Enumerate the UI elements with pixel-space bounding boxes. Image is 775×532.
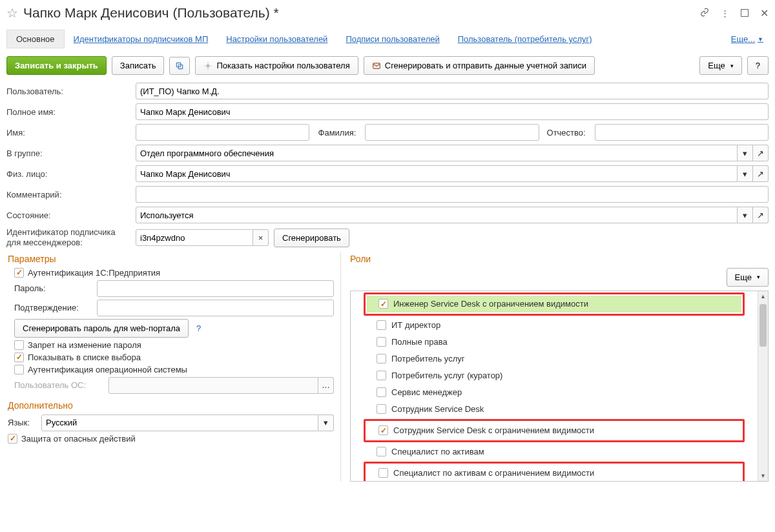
auth-1c-checkbox[interactable] xyxy=(14,268,24,278)
status-label: Состояние: xyxy=(6,210,130,220)
roles-more-button[interactable]: Еще▾ xyxy=(727,268,769,287)
role-checkbox[interactable] xyxy=(378,425,388,435)
role-checkbox[interactable] xyxy=(377,354,386,363)
full-name-label: Полное имя: xyxy=(6,107,130,117)
language-input[interactable] xyxy=(41,414,318,431)
surname-label: Фамилия: xyxy=(315,128,360,138)
show-in-list-label: Показывать в списке выбора xyxy=(28,353,141,362)
full-name-input[interactable] xyxy=(136,103,769,120)
role-checkbox[interactable] xyxy=(377,337,386,347)
safe-actions-checkbox[interactable] xyxy=(8,434,17,444)
chevron-down-icon: ▾ xyxy=(757,274,760,280)
generate-send-button[interactable]: Сгенерировать и отправить данные учетной… xyxy=(364,56,595,75)
open-icon[interactable]: ↗ xyxy=(753,145,769,161)
confirm-input[interactable] xyxy=(97,300,334,316)
link-icon[interactable] xyxy=(700,8,709,19)
password-label: Пароль: xyxy=(14,283,92,293)
tab-user-settings[interactable]: Настройки пользователей xyxy=(217,30,336,48)
group-label: В группе: xyxy=(6,148,130,158)
os-user-label: Пользователь ОС: xyxy=(14,380,103,390)
chevron-down-icon[interactable]: ▾ xyxy=(738,165,753,182)
group-input[interactable] xyxy=(136,145,738,161)
patronymic-input[interactable] xyxy=(595,124,769,141)
help-link[interactable]: ? xyxy=(192,323,205,333)
tab-subscriber-ids[interactable]: Идентификаторы подписчиков МП xyxy=(65,30,218,48)
role-label: Полные права xyxy=(391,337,448,347)
confirm-label: Подтверждение: xyxy=(14,303,92,312)
show-settings-button[interactable]: Показать настройки пользователя xyxy=(195,56,358,75)
no-change-password-label: Запрет на изменение пароля xyxy=(28,340,141,350)
password-input[interactable] xyxy=(97,280,334,297)
help-button[interactable]: ? xyxy=(747,56,769,75)
role-label: Сотрудник Service Desk с ограничением ви… xyxy=(393,425,594,435)
role-checkbox[interactable] xyxy=(377,404,386,414)
scrollbar[interactable]: ▲ ▼ xyxy=(758,291,768,481)
show-in-list-checkbox[interactable] xyxy=(14,353,24,362)
role-checkbox[interactable] xyxy=(377,447,386,456)
name-label: Имя: xyxy=(6,128,130,138)
save-button[interactable]: Записать xyxy=(112,56,165,75)
user-label: Пользователь: xyxy=(6,87,130,96)
open-icon[interactable]: ↗ xyxy=(753,207,769,223)
os-auth-label: Аутентификация операционной системы xyxy=(28,365,187,374)
role-label: Специалист по активам с ограничением вид… xyxy=(393,468,594,478)
surname-input[interactable] xyxy=(365,124,539,141)
user-input[interactable] xyxy=(136,83,769,99)
more-menu-button[interactable]: Еще▾ xyxy=(699,56,741,75)
comment-label: Комментарий: xyxy=(6,190,130,200)
tab-user-signatures[interactable]: Подписи пользователей xyxy=(336,30,448,48)
role-label: Потребитель услуг (куратор) xyxy=(391,371,502,380)
role-label: ИТ директор xyxy=(391,320,440,330)
messenger-id-input[interactable] xyxy=(136,229,253,246)
status-input[interactable] xyxy=(136,207,738,223)
tab-bar: Основное Идентификаторы подписчиков МП Н… xyxy=(6,30,769,48)
tab-consumer[interactable]: Пользователь (потребитель услуг) xyxy=(449,30,601,48)
svg-point-2 xyxy=(207,65,210,67)
person-label: Физ. лицо: xyxy=(6,169,130,179)
role-checkbox[interactable] xyxy=(377,371,386,380)
os-user-input xyxy=(108,377,318,394)
role-checkbox[interactable] xyxy=(378,299,388,309)
safe-actions-label: Защита от опасных действий xyxy=(21,434,136,444)
auth-1c-label: Аутентификация 1С:Предприятия xyxy=(28,268,160,278)
patronymic-label: Отчество: xyxy=(544,128,590,138)
chevron-down-icon[interactable]: ▾ xyxy=(738,145,753,161)
role-label: Сервис менеджер xyxy=(391,387,462,397)
copy-button[interactable] xyxy=(169,57,190,75)
os-auth-checkbox[interactable] xyxy=(14,365,24,374)
chevron-down-icon: ▾ xyxy=(730,63,734,69)
chevron-down-icon[interactable]: ▾ xyxy=(318,414,334,431)
titlebar: ☆ Чапко Марк Денисович (Пользователь) * … xyxy=(6,5,769,21)
generate-id-button[interactable]: Сгенерировать xyxy=(274,229,349,247)
chevron-down-icon[interactable]: ▾ xyxy=(738,207,753,223)
parameters-header: Параметры xyxy=(8,254,334,264)
save-and-close-button[interactable]: Записать и закрыть xyxy=(6,56,107,75)
open-icon[interactable]: ↗ xyxy=(753,165,769,182)
tab-main[interactable]: Основное xyxy=(6,30,65,48)
close-icon[interactable]: ✕ xyxy=(760,7,769,19)
scroll-down-icon[interactable]: ▼ xyxy=(758,471,768,481)
scroll-up-icon[interactable]: ▲ xyxy=(758,291,768,302)
kebab-menu-icon[interactable]: ⋮ xyxy=(721,8,729,18)
roles-list: Инженер Service Desk с ограничением види… xyxy=(350,291,769,482)
messenger-id-label: Идентификатор подписчика для мессенджеро… xyxy=(6,227,130,249)
additional-header: Дополнительно xyxy=(8,400,334,411)
scroll-thumb[interactable] xyxy=(760,304,767,347)
role-checkbox[interactable] xyxy=(377,320,386,330)
window-restore-icon[interactable] xyxy=(741,9,749,17)
no-change-password-checkbox[interactable] xyxy=(14,340,24,350)
role-label: Потребитель услуг xyxy=(391,354,465,363)
role-checkbox[interactable] xyxy=(378,468,388,478)
favorite-star-icon[interactable]: ☆ xyxy=(6,5,18,21)
comment-input[interactable] xyxy=(136,186,769,203)
page-title: Чапко Марк Денисович (Пользователь) * xyxy=(23,5,695,21)
name-input[interactable] xyxy=(136,124,309,141)
role-checkbox[interactable] xyxy=(377,387,386,397)
ellipsis-icon[interactable]: … xyxy=(318,377,334,394)
language-label: Язык: xyxy=(8,418,37,427)
tab-more[interactable]: Еще...▼ xyxy=(726,30,769,48)
clear-icon[interactable]: × xyxy=(253,229,269,246)
toolbar: Записать и закрыть Записать Показать нас… xyxy=(6,56,769,75)
generate-web-password-button[interactable]: Сгенерировать пароль для web-портала xyxy=(14,319,189,338)
person-input[interactable] xyxy=(136,165,738,182)
